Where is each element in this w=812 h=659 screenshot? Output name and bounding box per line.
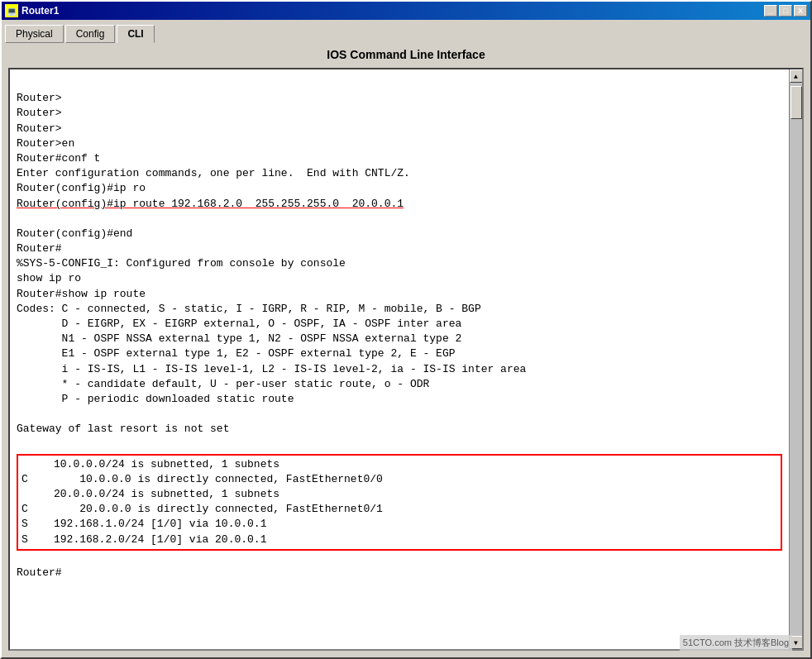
line-19: * - candidate default, U - per-user stat… <box>17 378 429 390</box>
line-red: Router(config)#ip route 192.168.2.0 255.… <box>17 197 782 212</box>
tab-cli[interactable]: CLI <box>117 25 154 43</box>
scrollbar-track[interactable] <box>790 83 803 636</box>
scrollbar[interactable]: ▲ ▼ <box>789 69 802 649</box>
line-1: Router> <box>17 92 62 104</box>
window-icon: 💻 <box>5 4 18 17</box>
line-14: Codes: C - connected, S - static, I - IG… <box>17 303 481 315</box>
title-controls: _ □ X <box>764 5 807 17</box>
line-2: Router> <box>17 107 62 119</box>
scroll-up-button[interactable]: ▲ <box>790 69 803 83</box>
line-5: Router#conf t <box>17 152 100 165</box>
main-window: 💻 Router1 _ □ X Physical Config CLI IOS … <box>0 0 812 659</box>
line-last: Router# <box>17 566 62 579</box>
watermark: 51CTO.com 技术博客Blog <box>680 635 792 651</box>
tab-config[interactable]: Config <box>65 25 116 43</box>
tabs-bar: Physical Config CLI <box>2 20 810 43</box>
line-7: Router(config)#ip ro <box>17 182 146 194</box>
route-table: 10.0.0.0/24 is subnetted, 1 subnets C 10… <box>17 454 782 551</box>
minimize-button[interactable]: _ <box>764 5 777 17</box>
line-11: %SYS-5-CONFIG_I: Configured from console… <box>17 257 346 270</box>
line-21 <box>17 408 23 420</box>
terminal-output[interactable]: Router> Router> Router> Router>en Router… <box>10 69 789 649</box>
line-12: show ip ro <box>17 272 81 284</box>
close-button[interactable]: X <box>794 5 807 17</box>
line-9: Router(config)#end <box>17 227 132 240</box>
title-bar-left: 💻 Router1 <box>5 4 59 17</box>
cli-heading: IOS Command Line Interface <box>2 43 810 64</box>
line-16: N1 - OSPF NSSA external type 1, N2 - OSP… <box>17 332 461 345</box>
line-4: Router>en <box>17 137 74 150</box>
line-20: P - periodic downloaded static route <box>17 393 294 405</box>
line-13: Router#show ip route <box>17 288 146 300</box>
line-3: Router> <box>17 122 62 135</box>
terminal-container: Router> Router> Router> Router>en Router… <box>8 68 804 651</box>
line-22: Gateway of last resort is not set <box>17 423 229 435</box>
line-17: E1 - OSPF external type 1, E2 - OSPF ext… <box>17 347 456 360</box>
line-18: i - IS-IS, L1 - IS-IS level-1, L2 - IS-I… <box>17 363 526 375</box>
maximize-button[interactable]: □ <box>779 5 792 17</box>
scrollbar-thumb[interactable] <box>791 86 802 119</box>
title-bar: 💻 Router1 _ □ X <box>2 2 810 20</box>
line-23 <box>17 438 23 451</box>
line-10: Router# <box>17 242 62 255</box>
tab-physical[interactable]: Physical <box>5 25 64 43</box>
window-title: Router1 <box>21 5 59 17</box>
line-6: Enter configuration commands, one per li… <box>17 167 410 179</box>
line-15: D - EIGRP, EX - EIGRP external, O - OSPF… <box>17 318 461 330</box>
